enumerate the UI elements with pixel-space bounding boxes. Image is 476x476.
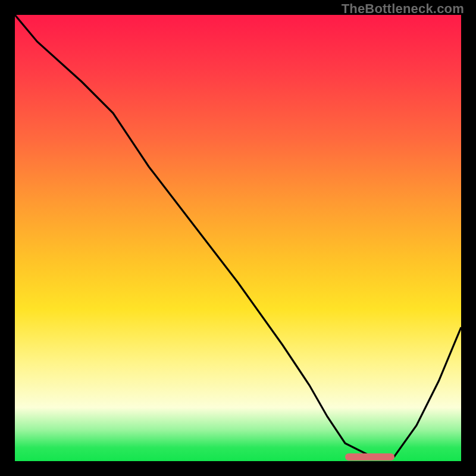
plot-area [15, 15, 461, 461]
curve-svg [15, 15, 461, 461]
chart-frame: TheBottleneck.com [0, 0, 476, 476]
bottleneck-curve-path [15, 15, 461, 457]
optimal-range-marker [345, 453, 394, 461]
